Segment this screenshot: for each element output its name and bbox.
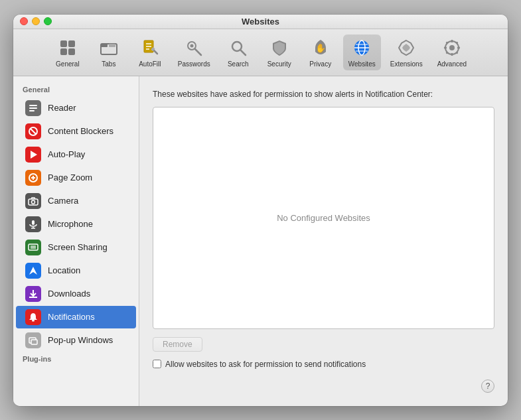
screen-sharing-label: Screen Sharing [48,242,108,252]
tabs-icon [98,37,119,58]
panel-description: These websites have asked for permission… [153,90,494,99]
notifications-icon [25,309,41,325]
main-window: Websites General Tabs [13,15,508,406]
content-blockers-icon [25,123,41,139]
svg-rect-28 [444,46,447,48]
svg-rect-6 [109,44,115,47]
search-icon [228,37,249,58]
downloads-label: Downloads [48,289,90,299]
toolbar-item-websites[interactable]: Websites [343,35,381,70]
sidebar-section-plugins: Plug-ins [13,352,139,366]
location-icon [25,263,41,279]
advanced-label: Advanced [437,60,467,68]
svg-rect-49 [31,245,36,249]
popup-windows-label: Pop-up Windows [48,335,113,345]
advanced-icon [441,37,463,58]
websites-label: Websites [348,60,376,68]
svg-rect-1 [68,40,75,47]
svg-marker-50 [29,267,37,275]
location-label: Location [48,265,80,275]
reader-icon [25,100,41,116]
security-icon [269,37,290,58]
privacy-icon: ✋ [310,37,331,58]
extensions-icon [396,37,417,58]
toolbar-item-passwords[interactable]: Passwords [173,35,216,70]
reader-label: Reader [48,103,76,113]
websites-list: No Configured Websites [153,107,494,329]
help-button[interactable]: ? [481,380,494,393]
sidebar-section-general: General [13,83,139,96]
privacy-label: Privacy [309,60,331,68]
auto-play-icon [25,147,41,163]
popup-icon [25,332,41,348]
close-button[interactable] [20,17,28,25]
toolbar-item-security[interactable]: Security [261,35,298,70]
svg-rect-26 [451,40,453,42]
content-area: General Reader Content Blockers [13,76,508,406]
svg-rect-55 [31,340,37,344]
extensions-label: Extensions [390,60,423,68]
traffic-lights [20,17,52,25]
sidebar-item-screen-sharing[interactable]: Screen Sharing [16,236,136,259]
content-blockers-label: Content Blockers [48,126,113,136]
websites-icon [351,37,372,58]
page-zoom-label: Page Zoom [48,173,92,182]
sidebar-item-auto-play[interactable]: Auto-Play [16,143,136,166]
svg-rect-34 [29,105,37,106]
sidebar-item-downloads[interactable]: Downloads [16,283,136,305]
passwords-label: Passwords [178,60,210,68]
maximize-button[interactable] [44,17,52,25]
tabs-label: Tabs [102,60,115,68]
svg-point-44 [32,200,35,204]
svg-marker-39 [31,151,37,159]
minimize-button[interactable] [32,17,40,25]
notifications-label: Notifications [48,312,95,322]
toolbar-item-autofill[interactable]: AutoFill [131,35,169,70]
toolbar-item-search[interactable]: Search [220,35,257,70]
sidebar-item-camera[interactable]: Camera [16,190,136,212]
general-label: General [56,60,80,68]
svg-rect-36 [29,110,35,111]
svg-rect-35 [29,107,37,109]
toolbar-item-general[interactable]: General [49,35,86,70]
help-area: ? [153,377,494,393]
sidebar: General Reader Content Blockers [13,76,139,406]
sidebar-item-reader[interactable]: Reader [16,97,136,119]
svg-rect-29 [457,46,460,48]
empty-state-label: No Configured Websites [277,213,370,223]
allow-notifications-checkbox[interactable] [153,360,161,368]
sidebar-item-content-blockers[interactable]: Content Blockers [16,120,136,143]
sidebar-item-microphone[interactable]: Microphone [16,213,136,236]
svg-rect-2 [60,48,67,55]
toolbar-item-privacy[interactable]: ✋ Privacy [302,35,339,70]
remove-button[interactable]: Remove [153,337,202,352]
search-label: Search [228,60,249,68]
microphone-icon [25,216,41,232]
autofill-label: AutoFill [139,60,161,68]
svg-line-17 [240,50,246,55]
svg-rect-53 [32,320,35,322]
svg-point-14 [190,44,194,47]
main-panel: These websites have asked for permission… [139,76,508,406]
general-icon [57,37,78,58]
svg-rect-27 [451,53,453,56]
svg-rect-3 [68,48,75,55]
allow-notifications-label: Allow websites to ask for permission to … [165,360,366,369]
svg-rect-45 [32,220,35,225]
camera-icon [25,193,41,209]
sidebar-item-location[interactable]: Location [16,259,136,282]
toolbar-item-tabs[interactable]: Tabs [90,35,127,70]
sidebar-item-notifications[interactable]: Notifications [16,306,136,328]
sidebar-item-popup-windows[interactable]: Pop-up Windows [16,329,136,352]
allow-notifications-row: Allow websites to ask for permission to … [153,360,494,369]
toolbar-item-advanced[interactable]: Advanced [432,35,472,70]
auto-play-label: Auto-Play [48,149,85,159]
autofill-icon [139,37,161,58]
toolbar: General Tabs [13,29,508,76]
toolbar-item-extensions[interactable]: Extensions [385,35,428,70]
camera-label: Camera [48,196,78,206]
svg-point-25 [449,45,455,50]
sidebar-item-page-zoom[interactable]: Page Zoom [16,167,136,189]
svg-rect-0 [60,40,67,47]
svg-line-38 [31,129,36,134]
